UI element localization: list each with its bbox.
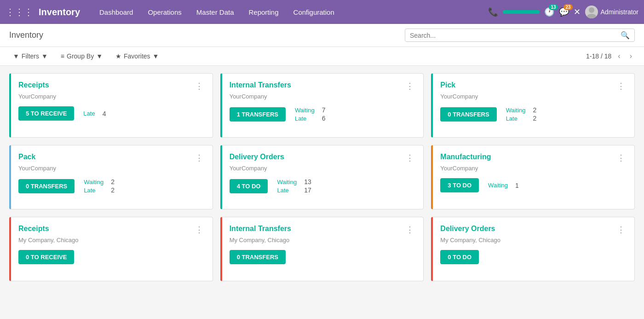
activity-icon[interactable]: 🕐 13	[544, 7, 554, 17]
card-delivery-orders-yourcompany: Delivery Orders ⋮ YourCompany 4 TO DO Wa…	[220, 145, 424, 209]
toolbar: ▼ Filters ▼ ≡ Group By ▼ ★ Favorites ▼ 1…	[0, 47, 644, 66]
stat1-value: 2	[111, 178, 115, 186]
card-action-button[interactable]: 0 TRANSFERS	[440, 107, 496, 122]
close-icon[interactable]: ✕	[574, 7, 581, 17]
card-title[interactable]: Internal Transfers	[230, 81, 291, 89]
phone-icon[interactable]: 📞	[488, 7, 498, 17]
avatar	[585, 6, 598, 18]
card-menu-button[interactable]: ⋮	[404, 81, 416, 91]
filters-button[interactable]: ▼ Filters ▼	[9, 51, 52, 62]
card-menu-button[interactable]: ⋮	[193, 153, 205, 163]
card-header: Manufacturing ⋮	[440, 153, 627, 163]
chat-badge: 23	[564, 4, 572, 10]
prev-page-button[interactable]: ‹	[615, 51, 623, 61]
nav-masterdata[interactable]: Master Data	[190, 6, 241, 19]
groupby-chevron: ▼	[96, 52, 103, 60]
card-header: Pick ⋮	[440, 81, 627, 91]
search-input[interactable]	[410, 32, 621, 39]
card-title[interactable]: Delivery Orders	[440, 225, 495, 233]
card-menu-button[interactable]: ⋮	[615, 225, 627, 235]
card-delivery-orders-chicago: Delivery Orders ⋮ My Company, Chicago 0 …	[431, 217, 635, 281]
card-body: 0 TO DO	[440, 250, 627, 264]
next-page-button[interactable]: ›	[627, 51, 635, 61]
card-title[interactable]: Delivery Orders	[230, 153, 284, 161]
groupby-button[interactable]: ≡ Group By ▼	[57, 51, 106, 62]
nav-dashboard[interactable]: Dashboard	[93, 6, 139, 19]
subheader: Inventory 🔍	[0, 24, 644, 47]
stat-row-1: Waiting 1	[488, 182, 519, 189]
card-header: Internal Transfers ⋮	[230, 225, 416, 235]
card-title[interactable]: Pick	[440, 81, 455, 89]
svg-point-1	[587, 14, 596, 18]
card-menu-button[interactable]: ⋮	[404, 225, 416, 235]
stat1-value: 13	[304, 178, 311, 186]
card-title[interactable]: Receipts	[18, 225, 49, 233]
progress-bar	[503, 10, 540, 14]
card-subtitle: My Company, Chicago	[18, 237, 205, 244]
grid-icon[interactable]: ⋮⋮⋮	[6, 6, 33, 17]
pagination-label: 1-18 / 18	[586, 52, 611, 60]
stat2-value: 2	[533, 115, 537, 122]
card-title[interactable]: Manufacturing	[440, 153, 491, 161]
card-stats: Late 4	[83, 110, 106, 117]
favorites-chevron: ▼	[153, 52, 159, 60]
card-header: Delivery Orders ⋮	[440, 225, 627, 235]
card-action-button[interactable]: 0 TRANSFERS	[18, 179, 75, 193]
card-header: Pack ⋮	[18, 153, 205, 163]
card-menu-button[interactable]: ⋮	[193, 81, 205, 91]
card-subtitle: YourCompany	[440, 93, 627, 100]
favorites-button[interactable]: ★ Favorites ▼	[112, 51, 162, 62]
card-menu-button[interactable]: ⋮	[615, 81, 627, 91]
user-menu[interactable]: Administrator	[585, 6, 638, 18]
stat1-value: 2	[533, 106, 537, 114]
stat1-label: Waiting	[506, 107, 526, 114]
card-menu-button[interactable]: ⋮	[193, 225, 205, 235]
card-menu-button[interactable]: ⋮	[404, 153, 416, 163]
card-header: Receipts ⋮	[18, 225, 205, 235]
toolbar-left: ▼ Filters ▼ ≡ Group By ▼ ★ Favorites ▼	[9, 51, 162, 62]
card-subtitle: YourCompany	[230, 165, 416, 172]
card-body: 0 TRANSFERS Waiting 2 Late 2	[18, 178, 205, 194]
stat2-label: Late	[506, 115, 518, 122]
card-title[interactable]: Internal Transfers	[230, 225, 291, 233]
card-action-button[interactable]: 0 TO RECEIVE	[18, 250, 74, 264]
card-header: Receipts ⋮	[18, 81, 205, 91]
card-header: Delivery Orders ⋮	[230, 153, 416, 163]
stat1-label: Late	[83, 110, 95, 117]
card-action-button[interactable]: 5 TO RECEIVE	[18, 106, 74, 121]
card-subtitle: My Company, Chicago	[440, 237, 627, 244]
card-manufacturing-yourcompany: Manufacturing ⋮ YourCompany 3 TO DO Wait…	[431, 145, 635, 209]
star-icon: ★	[115, 52, 121, 60]
nav-operations[interactable]: Operations	[141, 6, 188, 19]
nav-menu: Dashboard Operations Master Data Reporti…	[93, 6, 484, 19]
card-action-button[interactable]: 0 TO DO	[440, 250, 479, 264]
stat-row-1: Waiting 2	[84, 178, 115, 186]
stat1-value: 1	[515, 182, 519, 189]
activity-badge: 13	[549, 4, 558, 10]
filter-icon: ▼	[13, 52, 19, 60]
search-icon[interactable]: 🔍	[621, 31, 630, 40]
card-stats: Waiting 13 Late 17	[277, 178, 311, 194]
username: Administrator	[601, 8, 638, 16]
nav-reporting[interactable]: Reporting	[242, 6, 285, 19]
card-action-button[interactable]: 4 TO DO	[230, 179, 268, 193]
card-title[interactable]: Pack	[18, 153, 35, 161]
card-internal-transfers-yourcompany: Internal Transfers ⋮ YourCompany 1 TRANS…	[220, 73, 424, 138]
stat1-label: Waiting	[295, 107, 315, 114]
stat-row-1: Waiting 7	[295, 106, 326, 114]
chat-icon[interactable]: 💬 23	[559, 7, 569, 17]
card-subtitle: YourCompany	[440, 165, 627, 172]
card-subtitle: YourCompany	[18, 93, 205, 100]
stat1-value: 4	[103, 110, 106, 117]
card-action-button[interactable]: 0 TRANSFERS	[230, 250, 286, 264]
stat2-label: Late	[84, 187, 95, 194]
card-menu-button[interactable]: ⋮	[615, 153, 627, 163]
nav-configuration[interactable]: Configuration	[287, 6, 341, 19]
card-subtitle: YourCompany	[18, 165, 205, 172]
card-action-button[interactable]: 1 TRANSFERS	[230, 107, 286, 122]
stat1-label: Waiting	[277, 179, 297, 186]
card-title[interactable]: Receipts	[18, 81, 49, 89]
card-action-button[interactable]: 3 TO DO	[440, 178, 479, 192]
filters-chevron: ▼	[41, 52, 48, 60]
stat2-value: 6	[322, 115, 326, 122]
